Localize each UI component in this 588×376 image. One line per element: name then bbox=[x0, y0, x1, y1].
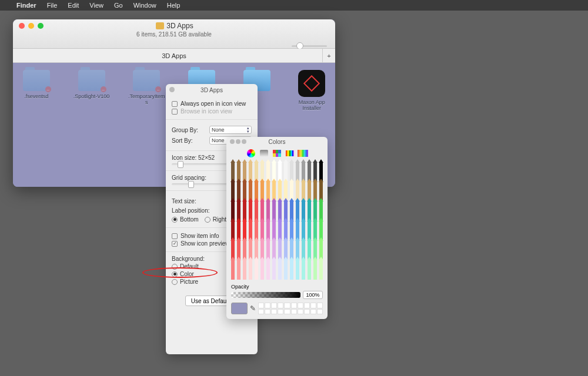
opacity-label: Opacity bbox=[231, 284, 323, 290]
always-open-label: Always open in icon view bbox=[181, 100, 246, 107]
menu-file[interactable]: File bbox=[47, 2, 58, 9]
menu-edit[interactable]: Edit bbox=[68, 2, 79, 9]
labelpos-bottom-radio[interactable] bbox=[172, 217, 178, 223]
picker-tab-spectrum[interactable] bbox=[285, 149, 295, 158]
app-icon bbox=[298, 70, 325, 97]
pencil-color[interactable] bbox=[289, 260, 295, 280]
file-item[interactable]: –.TemporaryItems bbox=[128, 70, 165, 105]
spectrum-icon bbox=[286, 150, 294, 156]
swatch-grid[interactable] bbox=[258, 303, 323, 314]
icon-size-toolbar-slider[interactable] bbox=[292, 45, 327, 47]
pencil-color[interactable] bbox=[312, 260, 318, 280]
pencil-color[interactable] bbox=[283, 260, 289, 280]
bg-default-label: Default bbox=[180, 263, 199, 270]
pencil-color[interactable] bbox=[248, 260, 253, 280]
close-icon[interactable] bbox=[169, 87, 175, 92]
bg-color-label: Color bbox=[180, 271, 194, 277]
close-icon[interactable] bbox=[230, 139, 235, 144]
zoom-icon[interactable] bbox=[242, 139, 246, 144]
textsize-label: Text size: bbox=[172, 198, 196, 204]
file-item[interactable]: –.Spotlight-V100 bbox=[73, 70, 111, 99]
right-label: Right bbox=[213, 216, 226, 223]
palette-icon bbox=[273, 150, 281, 157]
pencil-color[interactable] bbox=[306, 260, 312, 280]
close-button[interactable] bbox=[19, 23, 25, 29]
sortby-label: Sort By: bbox=[172, 137, 193, 144]
pencil-color[interactable] bbox=[318, 260, 324, 280]
pencil-color[interactable] bbox=[265, 260, 271, 280]
browse-label: Browse in icon view bbox=[181, 108, 232, 115]
menu-go[interactable]: Go bbox=[114, 2, 123, 9]
pencil-color[interactable] bbox=[259, 260, 265, 280]
menu-help[interactable]: Help bbox=[167, 2, 181, 9]
iteminfo-checkbox[interactable] bbox=[172, 233, 178, 239]
panel-title: 3D Apps bbox=[201, 87, 223, 93]
menu-view[interactable]: View bbox=[89, 2, 103, 9]
pencil-color[interactable] bbox=[230, 260, 236, 280]
iconsize-label: Icon size: bbox=[172, 155, 196, 161]
groupby-select[interactable]: None▴▾ bbox=[209, 126, 252, 134]
status-text: 6 items, 218.51 GB available bbox=[13, 30, 335, 41]
folder-icon bbox=[156, 22, 164, 29]
pencil-color[interactable] bbox=[300, 260, 306, 280]
iteminfo-label: Show item info bbox=[181, 233, 219, 239]
opacity-value[interactable]: 100% bbox=[303, 291, 323, 299]
iconpreview-checkbox[interactable] bbox=[172, 241, 178, 247]
pencil-picker[interactable] bbox=[230, 163, 324, 280]
pencil-color[interactable] bbox=[253, 260, 259, 280]
opacity-slider[interactable] bbox=[231, 292, 300, 298]
file-item[interactable]: Maxon App Installer bbox=[293, 70, 330, 111]
minimize-button[interactable] bbox=[28, 23, 34, 29]
pencil-color[interactable] bbox=[271, 260, 277, 280]
pencil-color[interactable] bbox=[277, 260, 283, 280]
menu-window[interactable]: Window bbox=[133, 2, 156, 9]
menubar: Finder File Edit View Go Window Help bbox=[0, 0, 588, 11]
pencil-color[interactable] bbox=[236, 260, 242, 280]
bg-picture-label: Picture bbox=[180, 278, 198, 285]
path-segment[interactable]: 3D Apps bbox=[162, 52, 186, 59]
add-tab-button[interactable]: + bbox=[322, 49, 335, 62]
pencil-color[interactable] bbox=[242, 260, 248, 280]
groupby-label: Group By: bbox=[172, 127, 198, 133]
current-color-swatch[interactable] bbox=[231, 303, 248, 314]
sliders-icon bbox=[260, 150, 268, 157]
picker-tab-pencils[interactable] bbox=[298, 149, 308, 158]
colors-panel: Colors Opacity 100% ✎ bbox=[226, 137, 328, 319]
browse-checkbox bbox=[172, 109, 178, 115]
picker-tab-palettes[interactable] bbox=[272, 149, 282, 158]
picker-tab-sliders[interactable] bbox=[259, 149, 269, 158]
labelpos-right-radio[interactable] bbox=[205, 217, 211, 223]
colors-title: Colors bbox=[269, 139, 286, 145]
window-title: 3D Apps bbox=[166, 22, 193, 30]
pencils-icon bbox=[298, 150, 308, 157]
picker-tab-wheel[interactable] bbox=[246, 149, 256, 158]
menu-app[interactable]: Finder bbox=[16, 2, 36, 9]
file-item[interactable]: –.fseventsd bbox=[18, 70, 55, 99]
bg-picture-radio[interactable] bbox=[172, 279, 178, 285]
bg-default-radio[interactable] bbox=[172, 264, 178, 270]
pathbar[interactable]: 3D Apps + bbox=[13, 49, 335, 63]
zoom-button[interactable] bbox=[38, 23, 44, 29]
color-wheel-icon bbox=[247, 149, 255, 157]
iconpreview-label: Show icon preview bbox=[181, 240, 229, 247]
pencil-color[interactable] bbox=[295, 260, 300, 280]
minimize-icon[interactable] bbox=[236, 139, 240, 144]
iconsize-value: 52×52 bbox=[198, 155, 215, 161]
bg-color-radio[interactable] bbox=[172, 271, 178, 277]
always-open-checkbox[interactable] bbox=[172, 101, 178, 107]
bottom-label: Bottom bbox=[180, 216, 199, 223]
eyedropper-icon[interactable]: ✎ bbox=[250, 304, 256, 313]
